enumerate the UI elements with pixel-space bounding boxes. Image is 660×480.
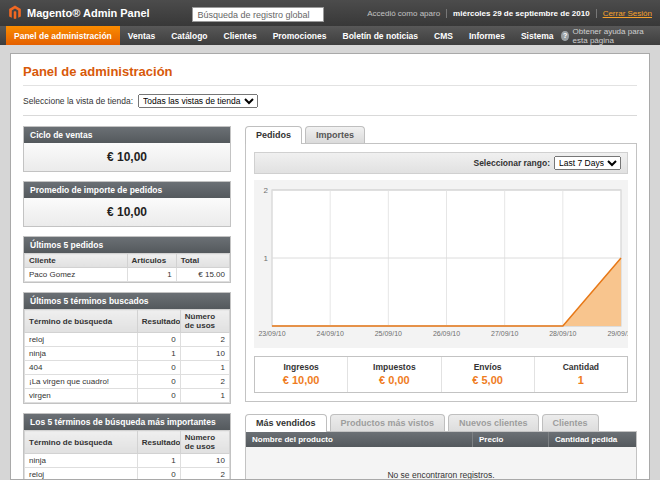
products-tabs: Más vendidos Productos más vistos Nuevos… [245, 414, 637, 431]
table-header-row: Cliente Artículos Total [25, 254, 230, 268]
cell-term: reloj [25, 333, 138, 347]
brand-title: Magento® Admin Panel [27, 7, 150, 19]
average-orders-value: € 10,00 [24, 198, 230, 226]
magento-logo-icon [8, 5, 22, 21]
orders-chart-panel: Seleccionar rango: Last 7 Days 1223/09/1… [245, 143, 637, 402]
col-header: Resultados [137, 431, 180, 454]
lifetime-sales-panel: Ciclo de ventas € 10,00 [23, 126, 231, 172]
top-search-panel: Los 5 términos de búsqueda más important… [23, 413, 231, 480]
col-header: Término de búsqueda [25, 431, 138, 454]
table-row[interactable]: ¡La virgen que cuadro! 0 2 [25, 375, 230, 389]
cell-term: 404 [25, 361, 138, 375]
stat-value: € 0,00 [348, 374, 440, 386]
store-view-select[interactable]: Todas las vistas de tienda [138, 94, 258, 108]
range-select[interactable]: Last 7 Days [554, 156, 621, 170]
col-header: Cliente [25, 254, 128, 268]
page-title: Panel de administración [23, 64, 637, 86]
nav-item-system[interactable]: Sistema [513, 26, 562, 45]
chart-tabs: Pedidos Importes [245, 126, 637, 143]
tab-bestsellers[interactable]: Más vendidos [245, 414, 327, 432]
table-row[interactable]: Paco Gomez 1 € 15.00 [25, 268, 230, 282]
cell-uses: 2 [180, 468, 229, 480]
store-view-label: Seleccione la vista de tienda: [23, 96, 133, 106]
svg-text:1: 1 [264, 254, 269, 263]
stat-revenue: Ingresos € 10,00 [255, 357, 347, 392]
top-search-title: Los 5 términos de búsqueda más important… [24, 414, 230, 430]
cell-uses: 2 [180, 333, 229, 347]
svg-text:23/09/10: 23/09/10 [258, 330, 285, 337]
col-header: Total [176, 254, 229, 268]
tab-most-viewed[interactable]: Productos más vistos [330, 414, 446, 431]
nav-item-newsletter[interactable]: Boletín de noticias [335, 26, 427, 45]
svg-text:29/09/10: 29/09/10 [607, 330, 628, 337]
table-row[interactable]: 404 0 1 [25, 361, 230, 375]
nav-item-reports[interactable]: Informes [461, 26, 513, 45]
magento-logo: Magento® Admin Panel [8, 5, 150, 21]
cell-uses: 1 [180, 361, 229, 375]
logged-in-as: Accedió como aparo [367, 9, 440, 18]
stat-shipping: Envíos € 5,00 [441, 357, 534, 392]
cell-term: reloj [25, 468, 138, 480]
table-row[interactable]: ninja 1 10 [25, 454, 230, 468]
tab-new-customers[interactable]: Nuevos clientes [448, 414, 539, 431]
cell-total: € 15.00 [176, 268, 229, 282]
products-table-header: Nombre del producto Precio Cantidad pedi… [246, 432, 636, 447]
col-header-product: Nombre del producto [246, 432, 472, 447]
stat-tax: Impuestos € 0,00 [347, 357, 440, 392]
stat-label: Cantidad [535, 362, 627, 372]
cell-uses: 10 [180, 347, 229, 361]
lifetime-sales-title: Ciclo de ventas [24, 127, 230, 143]
left-column: Ciclo de ventas € 10,00 Promedio de impo… [23, 126, 231, 480]
nav-item-sales[interactable]: Ventas [120, 26, 163, 45]
table-row[interactable]: reloj 0 2 [25, 468, 230, 480]
svg-text:2: 2 [264, 186, 269, 195]
table-header-row: Término de búsqueda Resultados Número de… [25, 431, 230, 454]
stat-value: € 10,00 [255, 374, 347, 386]
last-search-panel: Últimos 5 términos buscados Término de b… [23, 292, 231, 404]
col-header: Término de búsqueda [25, 310, 138, 333]
cell-results: 0 [137, 468, 180, 480]
help-icon: ? [561, 31, 568, 41]
chart-area: 1223/09/1024/09/1025/09/1026/09/1027/09/… [254, 180, 628, 348]
table-row[interactable]: reloj 0 2 [25, 333, 230, 347]
nav-item-customers[interactable]: Clientes [216, 26, 265, 45]
right-column: Pedidos Importes Seleccionar rango: Last… [245, 126, 637, 480]
page-help-link[interactable]: ? Obtener ayuda para esta página [561, 26, 654, 45]
cell-term: ninja [25, 347, 138, 361]
main-nav: Panel de administración Ventas Catálogo … [0, 26, 660, 45]
separator [596, 9, 597, 18]
store-view-row: Seleccione la vista de tienda: Todas las… [23, 86, 637, 116]
nav-item-dashboard[interactable]: Panel de administración [6, 26, 120, 45]
header-user-area: Accedió como aparo miércoles 29 de septi… [367, 9, 652, 18]
global-search [192, 4, 324, 23]
average-orders-panel: Promedio de importe de pedidos € 10,00 [23, 181, 231, 227]
tab-orders[interactable]: Pedidos [245, 126, 302, 144]
cell-results: 1 [137, 454, 180, 468]
col-header: Número de usos [180, 431, 229, 454]
nav-item-catalog[interactable]: Catálogo [163, 26, 215, 45]
content-panel: Panel de administración Seleccione la vi… [10, 53, 650, 480]
last-search-table: Término de búsqueda Resultados Número de… [24, 309, 230, 403]
cell-uses: 10 [180, 454, 229, 468]
range-selector-row: Seleccionar rango: Last 7 Days [254, 152, 628, 174]
nav-item-promotions[interactable]: Promociones [265, 26, 335, 45]
stat-value: € 5,00 [442, 374, 534, 386]
cell-term: ¡La virgen que cuadro! [25, 375, 138, 389]
empty-records-message: No se encontraron registros. [246, 447, 636, 480]
products-panel: Nombre del producto Precio Cantidad pedi… [245, 431, 637, 480]
top-search-table: Término de búsqueda Resultados Número de… [24, 430, 230, 480]
col-header-qty: Cantidad pedida [548, 432, 636, 447]
separator [446, 9, 447, 18]
tab-customers[interactable]: Clientes [542, 414, 599, 431]
table-row[interactable]: ninja 1 10 [25, 347, 230, 361]
stat-value: 1 [535, 374, 627, 386]
nav-item-cms[interactable]: CMS [426, 26, 461, 45]
svg-text:27/09/10: 27/09/10 [491, 330, 518, 337]
cell-items: 1 [127, 268, 176, 282]
logout-link[interactable]: Cerrar Sesión [603, 9, 652, 18]
global-search-input[interactable] [192, 7, 324, 22]
cell-term: ninja [25, 454, 138, 468]
tab-amounts[interactable]: Importes [305, 126, 365, 143]
col-header: Artículos [127, 254, 176, 268]
table-row[interactable]: virgen 0 1 [25, 389, 230, 403]
